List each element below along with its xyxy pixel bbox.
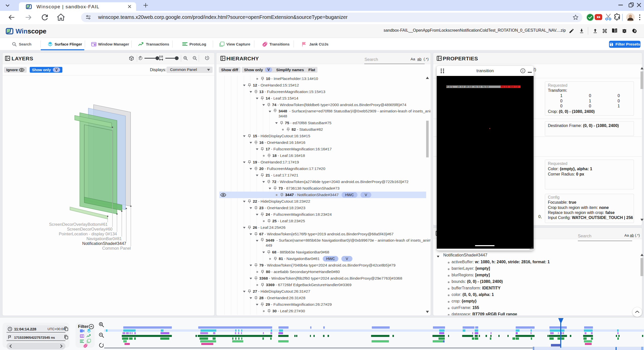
svg-text:ScreenDecorOverlayBottom#61: ScreenDecorOverlayBottom#61 [49,222,108,227]
